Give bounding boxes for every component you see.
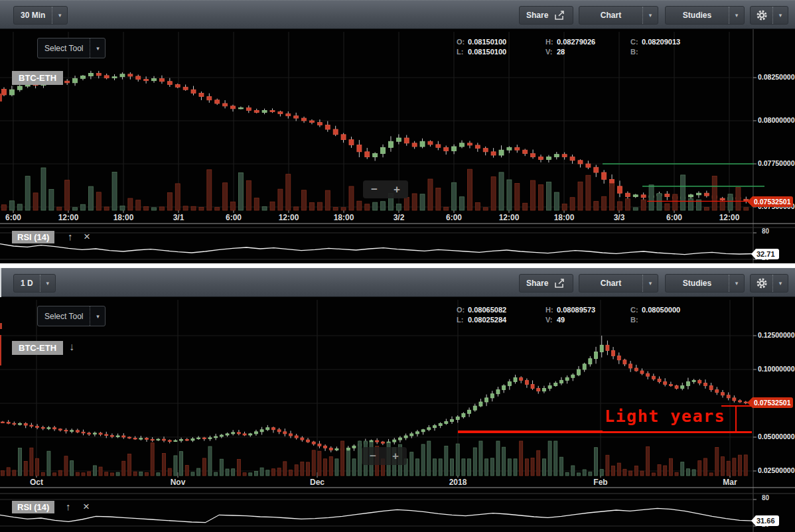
share-button[interactable]: Share [519, 274, 573, 293]
low-value: 0.08150100 [468, 48, 506, 56]
high-label: H: [545, 37, 557, 47]
time-axis-label: 18:00 [554, 213, 575, 222]
panel-divider [0, 263, 795, 268]
time-axis-label: 18:00 [334, 213, 354, 222]
drawing-annotation-text[interactable]: Light years [605, 407, 725, 426]
price-axis-label: 0.08000000 [758, 116, 794, 124]
zoom-out-button[interactable]: − [362, 447, 384, 465]
time-axis-label: Nov [171, 478, 186, 487]
studies-menu-button[interactable]: Studies ▾ [665, 6, 745, 25]
ohlc-readout: O:0.08150100 L:0.08150100 H:0.08279026 V… [457, 37, 680, 57]
low-label: L: [457, 47, 468, 57]
chevron-down-icon[interactable]: ▾ [40, 275, 55, 292]
studies-menu-label: Studies [666, 7, 729, 24]
volume-label: V: [545, 315, 557, 325]
chevron-down-icon[interactable]: ▾ [642, 7, 658, 24]
price-axis-label: 0.12500000 [758, 331, 794, 339]
share-button-label: Share [526, 279, 548, 288]
time-axis-label: Oct [30, 478, 43, 487]
close-value: 0.08050000 [642, 306, 680, 314]
low-label: L: [457, 315, 468, 325]
time-axis-label: 6:00 [226, 213, 242, 222]
bottom-toolbar: 1 D ▾ Share Chart ▾ Studies ▾ [0, 268, 795, 297]
study-move-up-icon[interactable]: ↑ [68, 231, 73, 242]
chevron-down-icon[interactable]: ▾ [642, 275, 658, 292]
select-tool-dropdown[interactable]: Select Tool ▾ [37, 306, 106, 326]
last-price-tag: 0.07532501 [747, 397, 793, 408]
close-label: C: [630, 37, 642, 47]
ohlc-readout: O:0.08065082 L:0.08025284 H:0.08089573 V… [457, 305, 680, 325]
rsi-study-badge: RSI (14) [12, 231, 54, 243]
select-tool-label: Select Tool [38, 306, 90, 326]
symbol-badge: BTC-ETH [12, 71, 63, 85]
open-value: 0.08150100 [468, 38, 506, 46]
low-value: 0.08025284 [468, 316, 506, 324]
select-tool-dropdown[interactable]: Select Tool ▾ [37, 38, 106, 58]
rsi-upper-label: 80 [762, 228, 769, 235]
chevron-down-icon[interactable]: ▾ [772, 275, 788, 292]
timeframe-dropdown[interactable]: 1 D ▾ [13, 274, 56, 293]
time-axis-label: 3/3 [614, 213, 625, 222]
rsi-upper-label: 80 [762, 494, 769, 501]
chart-menu-button[interactable]: Chart ▾ [579, 6, 658, 25]
time-axis-label: 18:00 [113, 213, 134, 222]
rsi-value-tag: 32.71 [751, 249, 779, 259]
chevron-down-icon[interactable]: ▾ [729, 7, 744, 24]
rsi-study-badge: RSI (14) [12, 501, 54, 513]
settings-button[interactable]: ▾ [750, 274, 788, 293]
edge-artifact [0, 323, 2, 329]
chevron-down-icon[interactable]: ▾ [52, 7, 67, 24]
time-axis-label: 2018 [449, 478, 467, 487]
open-label: O: [457, 37, 468, 47]
time-axis-label: 6:00 [5, 213, 21, 222]
zoom-in-button[interactable]: + [384, 447, 407, 465]
high-label: H: [545, 305, 557, 315]
chevron-down-icon[interactable]: ▾ [729, 275, 744, 292]
share-button[interactable]: Share [519, 6, 573, 25]
time-axis-label: Mar [723, 478, 737, 487]
edge-artifact [0, 335, 1, 366]
chart-menu-button[interactable]: Chart ▾ [579, 274, 658, 293]
time-axis-label: 12:00 [719, 213, 740, 222]
share-button-label: Share [526, 11, 548, 20]
studies-menu-label: Studies [666, 275, 729, 292]
volume-value: 28 [557, 48, 565, 56]
symbol-badge: BTC-ETH [12, 341, 63, 355]
study-close-icon[interactable]: × [83, 500, 90, 513]
bid-label: B: [630, 315, 642, 325]
time-axis-label: Feb [593, 478, 607, 487]
collapse-arrow-icon[interactable]: ↓ [69, 341, 74, 353]
timeframe-label: 30 Min [14, 7, 52, 24]
zoom-control: − + [362, 447, 407, 465]
volume-label: V: [545, 47, 557, 57]
edge-artifact [0, 268, 1, 297]
zoom-out-button[interactable]: − [363, 180, 386, 198]
time-axis-label: 12:00 [58, 213, 79, 222]
study-close-icon[interactable]: × [84, 230, 90, 243]
study-move-up-icon[interactable]: ↑ [66, 501, 71, 512]
time-axis-label: 6:00 [446, 213, 462, 222]
volume-value: 49 [557, 316, 565, 324]
timeframe-dropdown[interactable]: 30 Min ▾ [13, 6, 68, 25]
close-label: C: [630, 305, 642, 315]
chevron-down-icon[interactable]: ▾ [90, 38, 105, 58]
time-axis-label: 12:00 [279, 213, 299, 222]
price-axis-label: 0.07750000 [758, 159, 794, 167]
chart-menu-label: Chart [579, 7, 642, 24]
settings-button[interactable]: ▾ [750, 6, 788, 25]
bid-label: B: [630, 47, 642, 57]
time-axis-label: 3/1 [173, 213, 184, 222]
high-value: 0.08279026 [557, 38, 595, 46]
select-tool-label: Select Tool [38, 38, 90, 58]
chevron-down-icon[interactable]: ▾ [772, 7, 788, 24]
time-axis-label: Dec [310, 478, 325, 487]
price-axis-label: 0.02500000 [758, 466, 794, 474]
zoom-in-button[interactable]: + [386, 180, 408, 198]
last-price-tag: 0.07532501 [747, 196, 793, 207]
share-icon [554, 11, 566, 21]
time-axis-label: 12:00 [499, 213, 520, 222]
chevron-down-icon[interactable]: ▾ [90, 306, 105, 326]
studies-menu-button[interactable]: Studies ▾ [665, 274, 745, 293]
gear-icon [755, 277, 768, 290]
top-toolbar: 30 Min ▾ Share Chart ▾ Studies ▾ [0, 0, 795, 29]
